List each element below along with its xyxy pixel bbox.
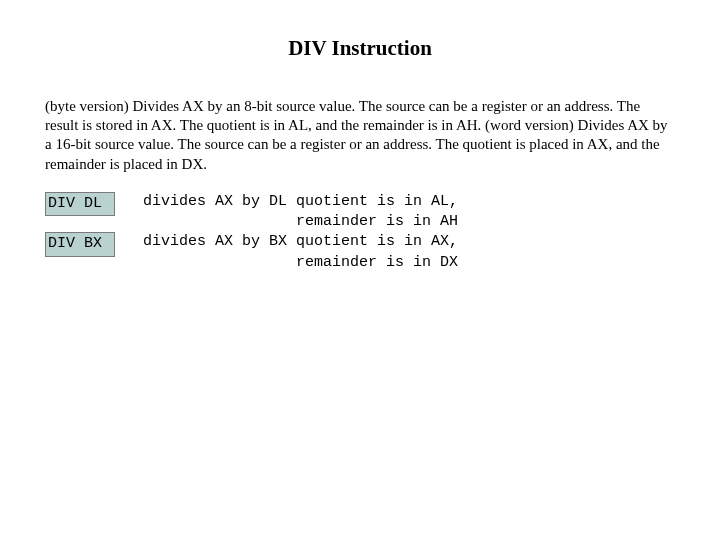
command-cell: DIV BX — [45, 232, 115, 256]
example-row: DIV BX divides AX by BX quotient is in A… — [45, 232, 675, 273]
slide-page: DIV Instruction (byte version) Divides A… — [0, 0, 720, 273]
description-text: (byte version) Divides AX by an 8-bit so… — [45, 97, 675, 174]
example-block: DIV DL divides AX by DL quotient is in A… — [45, 192, 675, 273]
command-cell: DIV DL — [45, 192, 115, 216]
explain-cell: divides AX by BX quotient is in AX, rema… — [143, 232, 458, 273]
example-row: DIV DL divides AX by DL quotient is in A… — [45, 192, 675, 233]
explain-cell: divides AX by DL quotient is in AL, rema… — [143, 192, 458, 233]
page-title: DIV Instruction — [45, 36, 675, 61]
